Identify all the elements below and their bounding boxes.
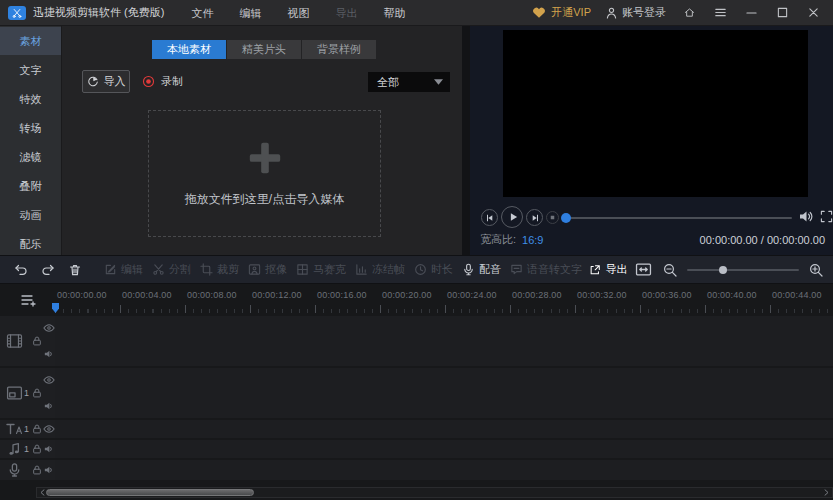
lock-icon[interactable] (32, 387, 42, 399)
progress-handle[interactable] (561, 213, 571, 223)
speech-to-text-button[interactable]: 语音转文字 (510, 262, 582, 277)
user-icon (606, 7, 617, 19)
menu-help[interactable]: 帮助 (370, 0, 418, 26)
eye-icon[interactable] (43, 375, 55, 385)
voiceover-button[interactable]: 配音 (462, 262, 501, 277)
mosaic-button[interactable]: 马赛克 (296, 262, 346, 277)
record-label: 录制 (161, 74, 183, 89)
text-track-lane[interactable] (55, 420, 833, 438)
music-track-lane[interactable] (55, 440, 833, 458)
account-login-button[interactable]: 账号登录 (606, 5, 666, 20)
preview-panel: 宽高比: 16:9 00:00:00.00 / 00:00:00.00 (470, 26, 833, 255)
eye-icon[interactable] (43, 323, 55, 333)
timeline-zoom-slider[interactable] (687, 269, 799, 271)
sidebar-item-music[interactable]: 配乐 (0, 230, 61, 258)
tab-background-samples[interactable]: 背景样例 (302, 40, 376, 59)
scissors-icon (12, 8, 22, 18)
sidebar-item-filters[interactable]: 滤镜 (0, 143, 61, 171)
preview-info-row: 宽高比: 16:9 00:00:00.00 / 00:00:00.00 (480, 232, 825, 247)
scrollbar-thumb[interactable] (46, 489, 254, 496)
import-row: 导入 录制 全部 (62, 68, 462, 96)
prev-frame-icon (485, 213, 495, 223)
menu-edit[interactable]: 编辑 (226, 0, 274, 26)
main-menu-button[interactable] (712, 5, 728, 21)
edit-button[interactable]: 编辑 (104, 262, 143, 277)
history-buttons (14, 263, 82, 277)
ruler-label: 00:00:20.00 (382, 290, 432, 300)
media-filter-dropdown[interactable]: 全部 (368, 72, 450, 92)
fit-timeline-icon[interactable] (634, 262, 653, 277)
speaker-icon[interactable] (43, 349, 55, 359)
close-icon (808, 7, 819, 18)
video-track-lane[interactable] (55, 316, 833, 366)
freeze-frame-button[interactable]: 冻结帧 (355, 262, 405, 277)
vip-button[interactable]: 开通VIP (532, 5, 591, 20)
minimize-button[interactable] (743, 5, 759, 21)
lock-icon[interactable] (32, 423, 42, 435)
menu-bar: 文件编辑视图导出帮助 (178, 0, 418, 26)
sidebar-item-media[interactable]: 素材 (0, 27, 61, 55)
duration-button[interactable]: 时长 (414, 262, 453, 277)
zoom-in-icon[interactable] (809, 263, 823, 277)
pip-track-header: 1 (0, 368, 55, 418)
pip-track-controls (43, 368, 55, 418)
zoom-slider-handle[interactable] (719, 266, 727, 274)
chroma-key-button[interactable]: 抠像 (248, 262, 287, 277)
timeline-ruler[interactable]: 00:00:00.0000:00:04.0000:00:08.0000:00:1… (0, 284, 833, 314)
sidebar-item-animation[interactable]: 动画 (0, 201, 61, 229)
stop-button[interactable] (546, 211, 559, 224)
sidebar-item-overlays[interactable]: 叠附 (0, 172, 61, 200)
speaker-icon[interactable] (43, 401, 55, 411)
aspect-ratio-label: 宽高比: (480, 232, 516, 247)
undo-button[interactable] (14, 263, 28, 277)
eye-icon[interactable] (43, 424, 55, 434)
play-button[interactable] (501, 206, 523, 228)
undo-icon (14, 263, 28, 277)
track-count-badge: 1 (24, 424, 29, 434)
home-button[interactable] (681, 5, 697, 21)
lock-icon[interactable] (32, 335, 42, 347)
mosaic-icon (296, 263, 309, 276)
video-track-header (0, 316, 55, 366)
import-button[interactable]: 导入 (82, 70, 130, 93)
close-button[interactable] (805, 5, 821, 21)
lock-icon[interactable] (32, 443, 42, 455)
scroll-right-button[interactable] (822, 488, 831, 497)
prev-frame-button[interactable] (481, 209, 498, 226)
sidebar-item-text[interactable]: 文字 (0, 56, 61, 84)
caret-left-icon (40, 489, 45, 496)
dropzone-text: 拖放文件到这里/点击导入媒体 (185, 191, 344, 208)
fullscreen-icon[interactable] (820, 210, 833, 223)
export-button[interactable]: 导出 (582, 259, 634, 280)
next-frame-button[interactable] (526, 209, 543, 226)
video-preview[interactable] (503, 30, 808, 197)
split-button[interactable]: 分割 (152, 262, 191, 277)
aspect-ratio-value[interactable]: 16:9 (522, 234, 543, 246)
speech-to-text-label: 语音转文字 (527, 262, 582, 277)
timeline-horizontal-scrollbar[interactable] (36, 487, 833, 498)
speaker-icon[interactable] (43, 465, 55, 475)
menu-file[interactable]: 文件 (178, 0, 226, 26)
ruler-label: 00:00:12.00 (252, 290, 302, 300)
tab-intro-templates[interactable]: 精美片头 (227, 40, 301, 59)
lock-icon[interactable] (32, 464, 42, 476)
voice-track-lane[interactable] (55, 460, 833, 480)
volume-icon[interactable] (798, 209, 814, 224)
menu-export[interactable]: 导出 (322, 0, 370, 26)
sidebar-item-transitions[interactable]: 转场 (0, 114, 61, 142)
tab-local-media[interactable]: 本地素材 (152, 40, 226, 59)
media-dropzone[interactable]: 拖放文件到这里/点击导入媒体 (148, 110, 381, 237)
delete-button[interactable] (68, 263, 82, 277)
pip-track-lane[interactable] (55, 368, 833, 418)
speaker-icon[interactable] (43, 444, 55, 454)
sidebar-item-effects[interactable]: 特效 (0, 85, 61, 113)
split-icon (152, 263, 165, 276)
redo-button[interactable] (41, 263, 55, 277)
zoom-out-icon[interactable] (663, 263, 677, 277)
menu-view[interactable]: 视图 (274, 0, 322, 26)
maximize-button[interactable] (774, 5, 790, 21)
crop-button[interactable]: 裁剪 (200, 262, 239, 277)
redo-icon (41, 263, 55, 277)
record-button[interactable]: 录制 (142, 70, 183, 93)
preview-progress-slider[interactable] (562, 217, 792, 219)
